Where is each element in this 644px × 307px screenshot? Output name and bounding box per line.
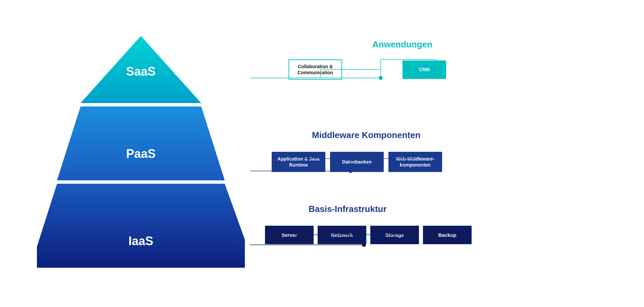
anwendungen-title: Anwendungen [372, 39, 432, 50]
box-app-runtime: Application & Java Runtime [272, 152, 325, 172]
main-container: SaaS PaaS IaaS Anwendungen Collaboration… [37, 16, 607, 291]
box-netzwerk: Netzwerk [318, 226, 366, 244]
right-panel: Anwendungen Collaboration & Communicatio… [245, 26, 607, 288]
paas-shape [57, 106, 225, 180]
box-collaboration: Collaboration & Communication [288, 59, 342, 80]
anwendungen-boxes-row: Collaboration & Communication CRM [288, 59, 446, 80]
box-web-middleware: Web-Middleware-komponenten [388, 152, 442, 172]
iaas-boxes-row: Server Netzwerk Storage Backup [265, 226, 472, 244]
saas-shape [80, 36, 201, 103]
pyramid-container: SaaS PaaS IaaS [37, 26, 245, 288]
middleware-boxes-row: Application & Java Runtime Datenbanken W… [272, 152, 442, 172]
box-backup: Backup [423, 226, 472, 244]
iaas-shape [37, 184, 245, 268]
box-storage: Storage [370, 226, 419, 244]
pyramid-svg [37, 26, 245, 288]
middleware-title: Middleware Komponenten [312, 130, 421, 140]
box-crm: CRM [402, 60, 446, 79]
box-server: Server [265, 226, 314, 244]
box-datenbanken: Datenbanken [330, 152, 384, 172]
basis-title: Basis-Infrastruktur [309, 204, 387, 214]
